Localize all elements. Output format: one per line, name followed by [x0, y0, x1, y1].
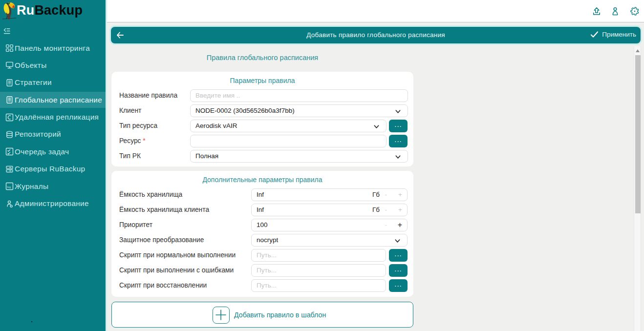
- svg-text:log: log: [7, 186, 11, 188]
